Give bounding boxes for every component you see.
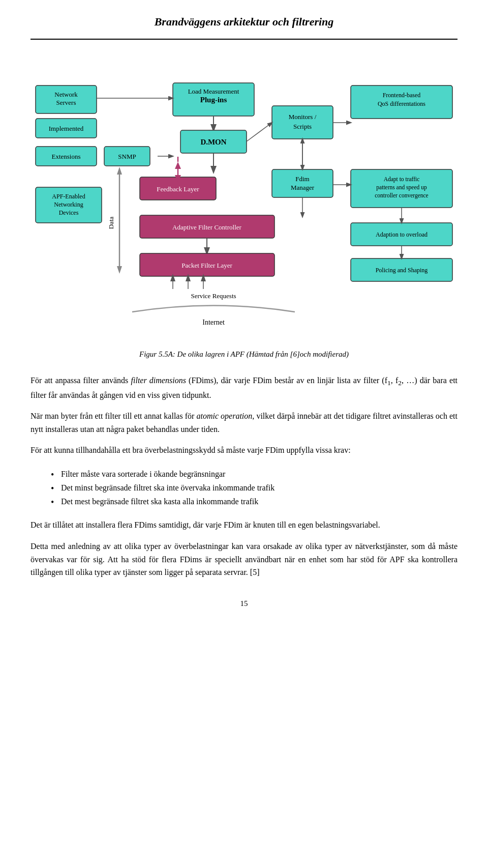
svg-text:Fdim: Fdim [295,175,309,183]
svg-text:Networking: Networking [54,201,83,208]
list-item: Det mest begränsade filtret ska kasta al… [51,495,458,508]
svg-text:SNMP: SNMP [118,153,136,160]
svg-text:Data: Data [107,217,115,229]
svg-text:Manager: Manager [291,184,315,191]
svg-text:patterns and speed up: patterns and speed up [376,184,427,191]
svg-text:Scripts: Scripts [293,123,312,130]
svg-line-67 [247,123,272,141]
paragraph-4: Det är tillåtet att installera flera FDi… [30,518,458,532]
svg-text:Extensions: Extensions [51,153,80,160]
diagram-svg: Network Servers Implemented Extensions S… [30,55,458,340]
svg-text:D.MON: D.MON [200,138,226,146]
svg-text:Adapt to traffic: Adapt to traffic [384,176,420,183]
paragraph-2: När man byter från ett filter till ett a… [30,410,458,436]
svg-text:Implemented: Implemented [49,125,84,132]
svg-marker-32 [117,266,122,274]
svg-text:Monitors /: Monitors / [289,113,317,121]
bullet-list: Filter måste vara sorterade i ökande beg… [51,467,458,509]
paragraph-3: För att kunna tillhandahålla ett bra öve… [30,444,458,457]
svg-text:QoS differentations: QoS differentations [378,100,425,107]
svg-text:Servers: Servers [56,99,76,106]
svg-text:controller convergence: controller convergence [375,192,428,199]
svg-text:APF-Enabled: APF-Enabled [52,193,85,200]
svg-text:Devices: Devices [59,209,79,216]
svg-text:Service Requests: Service Requests [191,292,236,300]
list-item: Filter måste vara sorterade i ökande beg… [51,467,458,481]
svg-text:Adaption to overload: Adaption to overload [376,231,428,238]
svg-text:Internet: Internet [202,319,225,326]
svg-marker-31 [117,167,122,175]
page-number: 15 [30,599,458,608]
paragraph-1: För att anpassa filter används filter di… [30,374,458,401]
svg-text:Frontend-based: Frontend-based [383,92,421,99]
svg-text:Packet Filter Layer: Packet Filter Layer [181,262,232,269]
diagram-container: Network Servers Implemented Extensions S… [30,55,458,340]
page-title: Brandväggens arkitektur och filtrering [30,15,458,40]
svg-text:Network: Network [54,91,78,98]
svg-text:Plug-ins: Plug-ins [200,96,227,104]
svg-text:Feedback Layer: Feedback Layer [157,185,199,193]
page: Brandväggens arkitektur och filtrering N… [0,0,488,639]
svg-marker-45 [175,162,181,169]
paragraph-5: Detta med anledning av att olika typer a… [30,540,458,579]
svg-text:Adaptive Filter Controller: Adaptive Filter Controller [172,223,241,231]
svg-text:Load Measurement: Load Measurement [188,88,239,95]
list-item: Det minst begränsade filtret ska inte öv… [51,481,458,495]
svg-text:Policing and Shaping: Policing and Shaping [376,267,428,274]
figure-caption: Figur 5.5A: De olika lagren i APF (Hämta… [30,350,458,359]
